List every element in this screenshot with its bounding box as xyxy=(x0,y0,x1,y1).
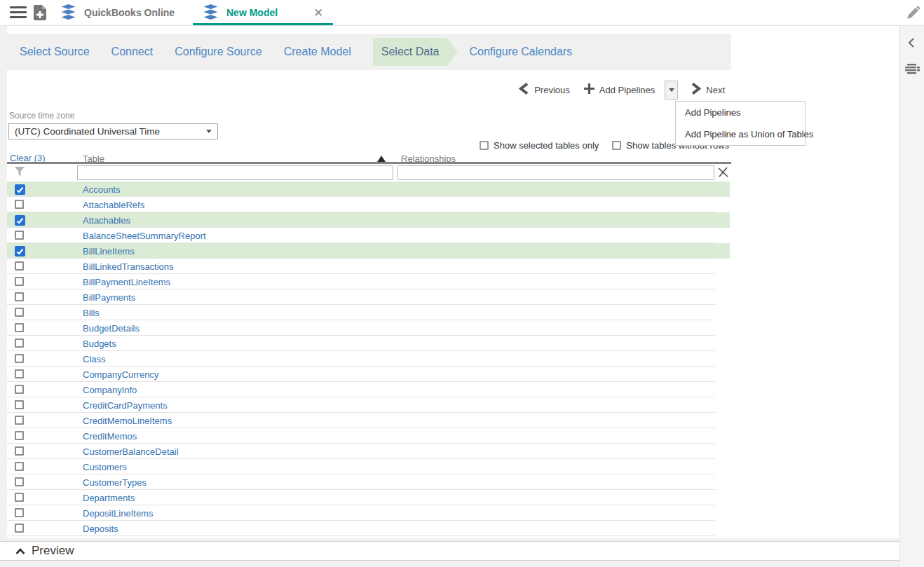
table-row[interactable]: BillPayments xyxy=(7,289,730,305)
row-checkbox-unchecked[interactable] xyxy=(15,323,24,332)
row-checkbox-unchecked[interactable] xyxy=(15,354,24,363)
table-name-link[interactable]: Deposits xyxy=(83,524,118,534)
row-checkbox-unchecked[interactable] xyxy=(15,477,24,486)
new-document-icon[interactable] xyxy=(32,4,48,24)
row-checkbox-unchecked[interactable] xyxy=(15,493,24,502)
clear-filter-icon[interactable] xyxy=(717,166,729,181)
row-checkbox-unchecked[interactable] xyxy=(15,200,24,209)
table-name-link[interactable]: Budgets xyxy=(83,339,116,349)
timezone-value: (UTC) Coordinated Universal Time xyxy=(15,126,160,137)
row-checkbox-unchecked[interactable] xyxy=(15,400,24,409)
row-checkbox-unchecked[interactable] xyxy=(15,431,24,440)
row-checkbox-unchecked[interactable] xyxy=(15,416,24,425)
table-row[interactable]: CreditCardPayments xyxy=(7,397,730,413)
row-checkbox-unchecked[interactable] xyxy=(15,462,24,471)
row-checkbox-unchecked[interactable] xyxy=(15,369,24,378)
table-row[interactable]: Accounts xyxy=(7,182,730,197)
row-checkbox-unchecked[interactable] xyxy=(15,385,24,394)
table-row[interactable]: CompanyCurrency xyxy=(7,367,730,382)
relationships-filter-input[interactable] xyxy=(398,165,714,180)
table-name-link[interactable]: BillPaymentLineItems xyxy=(83,277,170,287)
table-filter-input[interactable] xyxy=(77,165,393,180)
table-name-link[interactable]: CreditMemoLineItems xyxy=(83,416,172,426)
model-layers-icon xyxy=(60,4,77,22)
close-tab-icon[interactable]: ✕ xyxy=(313,6,323,20)
table-list-icon[interactable] xyxy=(905,62,920,79)
table-name-link[interactable]: BillPayments xyxy=(83,292,135,303)
table-name-link[interactable]: Customers xyxy=(83,462,127,472)
table-row[interactable]: CustomerBalanceDetail xyxy=(7,444,730,459)
table-name-link[interactable]: CustomerTypes xyxy=(83,477,147,488)
wizard-step-select-data[interactable]: Select Data xyxy=(373,38,458,66)
row-checkbox-checked[interactable] xyxy=(15,184,25,195)
wizard-step-select-source[interactable]: Select Source xyxy=(20,46,90,58)
hamburger-menu-icon[interactable] xyxy=(10,6,27,19)
table-name-link[interactable]: CreditCardPayments xyxy=(83,400,168,411)
table-name-link[interactable]: BillLineItems xyxy=(83,246,135,257)
table-row[interactable]: Budgets xyxy=(7,336,730,351)
table-row[interactable]: DepositLineItems xyxy=(7,505,730,521)
row-checkbox-unchecked[interactable] xyxy=(15,446,24,456)
table-name-link[interactable]: Bills xyxy=(83,308,100,318)
row-checkbox-unchecked[interactable] xyxy=(15,524,24,533)
menu-item-add-pipelines[interactable]: Add Pipelines xyxy=(676,102,805,123)
row-checkbox-unchecked[interactable] xyxy=(15,308,24,317)
table-row[interactable]: CreditMemos xyxy=(7,428,730,444)
row-checkbox-unchecked[interactable] xyxy=(15,261,24,271)
table-row[interactable]: CreditMemoLineItems xyxy=(7,413,730,428)
table-row[interactable]: BalanceSheetSummaryReport xyxy=(7,228,730,243)
tab-quickbooks-online[interactable]: QuickBooks Online xyxy=(60,0,175,25)
edit-pencil-icon[interactable] xyxy=(906,6,920,23)
preview-bar[interactable]: Preview xyxy=(0,541,899,561)
next-button[interactable]: Next xyxy=(686,80,729,100)
table-name-link[interactable]: BalanceSheetSummaryReport xyxy=(83,231,206,241)
table-name-link[interactable]: BillLinkedTransactions xyxy=(83,261,174,272)
table-row[interactable]: CustomerTypes xyxy=(7,474,730,490)
table-row[interactable]: BillLineItems xyxy=(7,243,730,259)
tab-new-model[interactable]: New Model xyxy=(202,0,278,25)
table-row[interactable]: Bills xyxy=(7,305,730,320)
wizard-step-create-model[interactable]: Create Model xyxy=(284,46,351,58)
table-name-link[interactable]: CreditMemos xyxy=(83,431,137,442)
timezone-select[interactable]: (UTC) Coordinated Universal Time xyxy=(8,123,218,139)
table-row[interactable]: Customers xyxy=(7,459,730,474)
row-checkbox-unchecked[interactable] xyxy=(15,508,24,517)
table-row[interactable]: Deposits xyxy=(7,521,730,536)
collapse-panel-chevron-icon[interactable] xyxy=(908,37,915,51)
table-name-link[interactable]: Class xyxy=(83,354,106,364)
wizard-step-configure-calendars[interactable]: Configure Calendars xyxy=(469,46,572,58)
previous-button[interactable]: Previous xyxy=(515,80,574,100)
table-name-link[interactable]: CompanyCurrency xyxy=(83,369,158,380)
sort-ascending-icon[interactable] xyxy=(377,156,386,162)
table-name-link[interactable]: Attachables xyxy=(83,215,130,226)
row-checkbox-checked[interactable] xyxy=(15,246,25,257)
table-row[interactable]: BudgetDetails xyxy=(7,320,730,336)
add-pipelines-dropdown-button[interactable] xyxy=(665,81,678,100)
menu-item-add-pipeline-as-union-of-tables[interactable]: Add Pipeline as Union of Tables xyxy=(676,123,805,145)
table-row[interactable]: BillLinkedTransactions xyxy=(7,259,730,274)
wizard-step-configure-source[interactable]: Configure Source xyxy=(175,46,262,58)
table-row[interactable]: BillPaymentLineItems xyxy=(7,274,730,289)
row-checkbox-unchecked[interactable] xyxy=(15,292,24,301)
table-row[interactable]: Departments xyxy=(7,490,730,505)
show-tables-without-rows-checkbox[interactable] xyxy=(612,141,621,150)
table-name-link[interactable]: DepositLineItems xyxy=(83,508,153,519)
table-row[interactable]: Attachables xyxy=(7,212,730,228)
row-checkbox-unchecked[interactable] xyxy=(15,231,24,240)
table-name-link[interactable]: BudgetDetails xyxy=(83,323,140,334)
row-checkbox-unchecked[interactable] xyxy=(15,277,24,286)
table-row[interactable]: AttachableRefs xyxy=(7,197,730,212)
table-name-link[interactable]: CompanyInfo xyxy=(83,385,137,395)
table-name-link[interactable]: AttachableRefs xyxy=(83,200,144,210)
show-selected-tables-checkbox[interactable] xyxy=(480,141,489,150)
wizard-step-connect[interactable]: Connect xyxy=(111,46,154,58)
row-checkbox-unchecked[interactable] xyxy=(15,339,24,348)
table-name-link[interactable]: Accounts xyxy=(83,184,120,195)
table-row[interactable]: CompanyInfo xyxy=(7,382,730,397)
table-name-link[interactable]: CustomerBalanceDetail xyxy=(83,446,179,457)
preview-label: Preview xyxy=(32,544,74,558)
table-name-link[interactable]: Departments xyxy=(83,493,135,503)
table-row[interactable]: Class xyxy=(7,351,730,367)
row-checkbox-checked[interactable] xyxy=(15,215,25,226)
add-pipelines-button[interactable]: Add Pipelines xyxy=(580,81,660,99)
